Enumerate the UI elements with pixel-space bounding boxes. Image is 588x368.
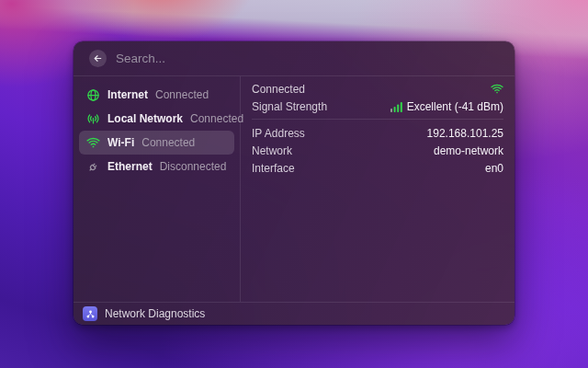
sidebar-item-internet[interactable]: Internet Connected — [79, 83, 234, 107]
sidebar-item-label: Internet — [107, 88, 148, 101]
broadcast-icon — [86, 112, 100, 126]
sidebar: Internet Connected — [74, 76, 241, 302]
sidebar-item-ethernet[interactable]: Ethernet Disconnected — [79, 155, 234, 178]
detail-row-signal-strength: Signal Strength Excellent (-41 dBm) — [252, 98, 503, 115]
back-arrow-icon — [93, 53, 103, 63]
network-nodes-icon — [83, 306, 97, 321]
detail-divider — [252, 119, 503, 120]
search-header — [74, 41, 514, 76]
wifi-icon — [86, 136, 100, 150]
signal-strength-value: Excellent (-41 dBm) — [407, 100, 503, 113]
sidebar-item-status: Connected — [190, 112, 243, 125]
sidebar-item-wifi[interactable]: Wi-Fi Connected — [79, 131, 234, 155]
wifi-detail-panel: Connected Signal Strength — [241, 76, 514, 302]
sidebar-item-label: Local Network — [107, 112, 183, 125]
back-button[interactable] — [89, 50, 107, 67]
detail-label: Interface — [252, 162, 295, 175]
interface-value: en0 — [485, 162, 503, 175]
sidebar-item-status: Connected — [155, 88, 209, 101]
signal-bars-icon — [390, 101, 402, 112]
footer-bar: Network Diagnostics — [74, 302, 514, 325]
detail-row-network: Network demo-network — [252, 142, 503, 159]
detail-label: Connected — [252, 83, 305, 96]
detail-label: Network — [252, 144, 292, 157]
detail-row-connected: Connected — [252, 80, 503, 98]
globe-icon — [86, 88, 100, 102]
sidebar-item-label: Ethernet — [107, 160, 153, 173]
wifi-status-icon — [491, 83, 503, 96]
detail-row-ip-address: IP Address 192.168.101.25 — [252, 124, 503, 142]
desktop: { "window": { "search": { "placeholder":… — [0, 0, 588, 368]
search-input[interactable] — [116, 52, 502, 65]
plug-icon — [86, 160, 100, 174]
ip-address-value: 192.168.101.25 — [427, 127, 503, 140]
main-content: Internet Connected — [74, 76, 514, 302]
network-diagnostics-window: Internet Connected — [74, 41, 514, 325]
sidebar-item-local-network[interactable]: Local Network Connected — [79, 107, 234, 131]
sidebar-item-label: Wi-Fi — [107, 136, 134, 149]
sidebar-item-status: Disconnected — [160, 160, 227, 173]
network-name-value: demo-network — [434, 144, 503, 157]
app-name-label: Network Diagnostics — [105, 307, 205, 320]
sidebar-item-status: Connected — [141, 136, 195, 149]
detail-row-interface: Interface en0 — [252, 159, 503, 177]
detail-value: Excellent (-41 dBm) — [390, 100, 503, 113]
detail-label: Signal Strength — [252, 100, 327, 113]
detail-label: IP Address — [252, 127, 305, 140]
